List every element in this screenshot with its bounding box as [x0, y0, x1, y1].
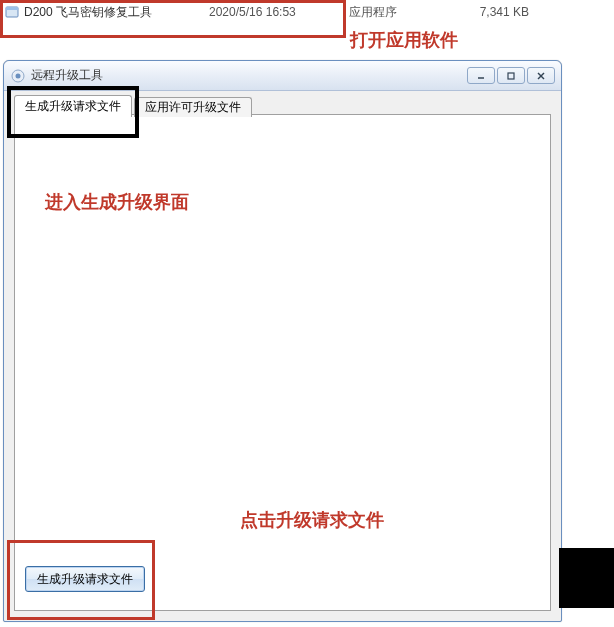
- button-label: 生成升级请求文件: [37, 571, 133, 588]
- svg-rect-5: [508, 73, 514, 79]
- tab-panel: 生成升级请求文件: [14, 114, 551, 611]
- tab-apply-license[interactable]: 应用许可升级文件: [134, 97, 252, 117]
- background-strip: [559, 548, 614, 608]
- tab-label: 应用许可升级文件: [145, 99, 241, 116]
- window-controls: [467, 67, 555, 84]
- close-button[interactable]: [527, 67, 555, 84]
- tab-label: 生成升级请求文件: [25, 98, 121, 115]
- tab-generate-request[interactable]: 生成升级请求文件: [14, 95, 132, 117]
- file-type: 应用程序: [349, 4, 449, 21]
- file-date: 2020/5/16 16:53: [209, 5, 349, 19]
- file-name: D200 飞马密钥修复工具: [24, 4, 209, 21]
- generate-request-button[interactable]: 生成升级请求文件: [25, 566, 145, 592]
- annotation-enter-gen: 进入生成升级界面: [45, 190, 189, 214]
- file-size: 7,341 KB: [449, 5, 539, 19]
- annotation-click-gen: 点击升级请求文件: [240, 508, 384, 532]
- minimize-button[interactable]: [467, 67, 495, 84]
- window-body: 生成升级请求文件 应用许可升级文件 生成升级请求文件: [12, 91, 553, 613]
- annotation-open-app: 打开应用软件: [350, 28, 458, 52]
- file-explorer-row[interactable]: D200 飞马密钥修复工具 2020/5/16 16:53 应用程序 7,341…: [0, 0, 560, 24]
- app-window: 远程升级工具 生成升级请求文件 应用许可升级文件 生成升级请求文件: [3, 60, 562, 622]
- window-title: 远程升级工具: [31, 67, 467, 84]
- file-app-icon: [4, 4, 20, 20]
- svg-rect-1: [6, 7, 18, 10]
- titlebar[interactable]: 远程升级工具: [4, 61, 561, 91]
- svg-point-3: [16, 73, 21, 78]
- app-icon: [10, 68, 26, 84]
- maximize-button[interactable]: [497, 67, 525, 84]
